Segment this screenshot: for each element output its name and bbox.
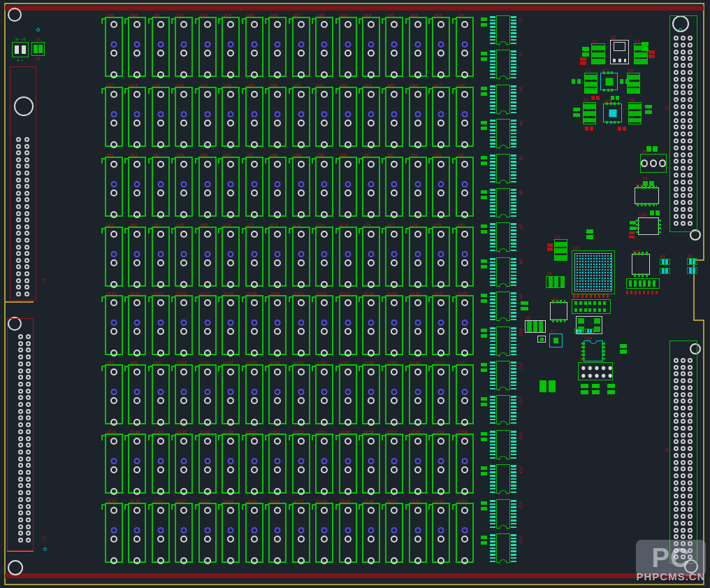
resistor-pads[interactable]: R2 [660,259,670,265]
socket-U65[interactable]: U65 [105,227,123,287]
socket-U39[interactable]: U39 [245,87,263,147]
passive-pads[interactable] [645,105,652,114]
edge-connector-J3[interactable] [669,15,697,232]
socket-U97[interactable]: U97 [105,364,123,424]
socket-U124[interactable]: U124 [362,295,380,355]
socket-U45[interactable]: U45 [385,87,403,147]
socket-U149[interactable]: U149 [198,433,217,494]
socket-U116[interactable]: U116 [175,295,193,355]
soic-footprint-U8[interactable]: U8 [489,257,517,289]
socket-U75[interactable]: U75 [339,227,357,287]
socket-U57[interactable]: U57 [292,17,310,77]
socket-U81[interactable]: U81 [105,157,123,217]
passive-pads[interactable] [572,79,581,84]
socket-U98[interactable]: U98 [128,364,146,424]
socket-U128[interactable]: U128 [456,295,474,355]
socket-U101[interactable]: U101 [198,364,217,424]
socket-U44[interactable]: U44 [362,87,380,147]
socket-U96[interactable]: U96 [456,157,474,217]
socket-U122[interactable]: U122 [315,295,333,355]
socket-U113[interactable]: U113 [105,295,123,355]
socket-U151[interactable]: U151 [245,433,263,494]
socket-U143[interactable]: U143 [432,503,450,563]
socket-U53[interactable]: U53 [198,17,217,77]
socket-U159[interactable]: U159 [432,433,450,494]
socket-U41[interactable]: U41 [292,87,310,147]
socket-U152[interactable]: U152 [268,433,287,494]
socket-U67[interactable]: U67 [152,227,170,287]
bottom-pad-row[interactable] [573,294,611,298]
socket-U157[interactable]: U157 [385,433,403,494]
soic8-footprint[interactable]: U23 [550,302,567,320]
single-pad[interactable] [537,336,546,343]
socket-U63[interactable]: U63 [432,17,450,77]
socket-U115[interactable]: U115 [152,295,170,355]
passive-pads[interactable] [650,210,660,215]
socket-U100[interactable]: U100 [175,364,193,424]
socket-U127[interactable]: U127 [432,295,450,355]
socket-U134[interactable]: U134 [222,503,240,563]
socket-U133[interactable]: U133 [198,503,217,563]
socket-U35[interactable]: U35 [152,87,170,147]
corner-terminal-block[interactable]: 3+ +3K + [12,42,29,57]
socket-U83[interactable]: U83 [152,157,170,217]
soic8-footprint[interactable]: U19 [635,187,659,204]
soic8-footprint[interactable]: U20 [638,217,659,235]
socket-U88[interactable]: U88 [268,157,287,217]
passive-pads[interactable] [611,96,619,100]
socket-U118[interactable]: U118 [222,295,240,355]
socket-U68[interactable]: U68 [175,227,193,287]
socket-U72[interactable]: U72 [268,227,287,287]
socket-U140[interactable]: U140 [362,503,380,563]
socket-U117[interactable]: U117 [198,295,217,355]
socket-U79[interactable]: U79 [432,227,450,287]
socket-U106[interactable]: U106 [315,364,333,424]
passive-pads[interactable] [591,96,600,100]
socket-U105[interactable]: U105 [292,364,310,424]
socket-U91[interactable]: U91 [339,157,357,217]
socket-U132[interactable]: U132 [175,503,193,563]
socket-U136[interactable]: U136 [268,503,287,563]
bga-footprint[interactable]: U21 [572,250,615,294]
socket-U150[interactable]: U150 [222,433,240,494]
socket-U43[interactable]: U43 [339,87,357,147]
regulator-footprint[interactable]: Q1 [610,40,629,64]
soic-footprint-U14[interactable]: U14 [489,464,517,496]
passive-pads[interactable] [547,243,553,251]
soic-footprint-U9[interactable]: U9 [489,292,517,323]
soic-footprint-U2[interactable]: U2 [489,50,517,81]
capacitor-footprint[interactable]: C1 [591,43,605,64]
socket-U102[interactable]: U102 [222,364,240,424]
soic-footprint-U11[interactable]: U11 [489,361,517,392]
socket-U130[interactable]: U130 [128,503,146,563]
passive-pads[interactable] [521,301,528,310]
socket-U80[interactable]: U80 [456,227,474,287]
socket-U119[interactable]: U119 [245,295,263,355]
socket-U107[interactable]: U107 [339,364,357,424]
socket-U69[interactable]: U69 [198,227,217,287]
socket-U104[interactable]: U104 [268,364,287,424]
socket-U40[interactable]: U40 [268,87,287,147]
socket-U52[interactable]: U52 [175,17,193,77]
soic-footprint-U5[interactable]: U5 [489,154,517,185]
socket-U139[interactable]: U139 [339,503,357,563]
socket-U144[interactable]: U144 [456,503,474,563]
socket-U156[interactable]: U156 [362,433,380,494]
jumper-footprint[interactable]: JP1 [640,154,667,173]
resistor-pads[interactable] [660,268,670,274]
socket-U82[interactable]: U82 [128,157,146,217]
oscillator-footprint[interactable]: Y1 [549,334,563,347]
header-footprint[interactable] [626,278,660,289]
passive-pads[interactable] [581,384,588,394]
socket-U99[interactable]: U99 [152,364,170,424]
socket-U154[interactable]: U154 [315,433,333,494]
socket-U111[interactable]: U111 [432,364,450,424]
socket-U55[interactable]: U55 [245,17,263,77]
socket-U93[interactable]: U93 [385,157,403,217]
passive-pads[interactable] [592,384,600,394]
capacitor-footprint[interactable]: C5 [583,102,596,124]
socket-U90[interactable]: U90 [315,157,333,217]
socket-U112[interactable]: U112 [456,364,474,424]
passive-pads[interactable] [607,384,615,394]
passive-pads[interactable] [642,42,649,51]
